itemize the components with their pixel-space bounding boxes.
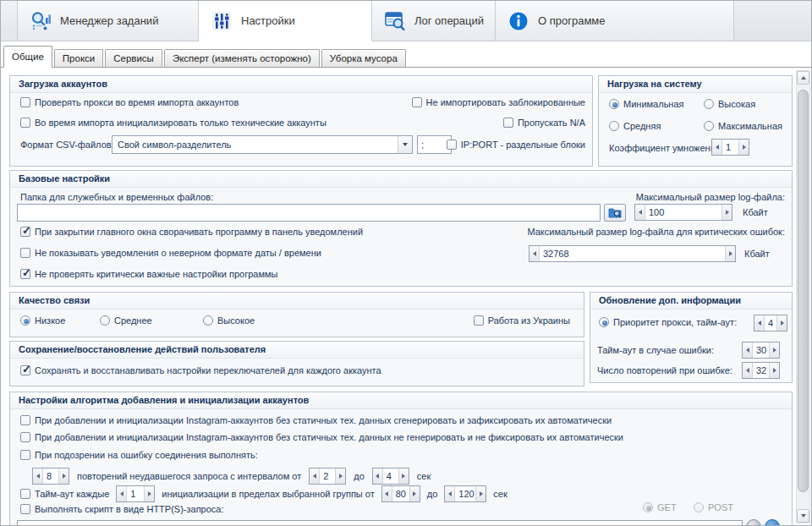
radio-http-get: GET (643, 502, 677, 512)
checkbox-on-connection-error[interactable]: При подозрении на ошибку соединения выпо… (20, 450, 258, 460)
subtab-expert[interactable]: Эксперт (изменять осторожно) (164, 49, 320, 67)
script-url-input[interactable] (17, 520, 743, 526)
checkbox-skip-na[interactable]: Пропускать N/A (503, 118, 585, 128)
spin-value[interactable]: 30 (753, 342, 769, 358)
spin-left-button[interactable] (310, 468, 320, 484)
spin-value[interactable]: 100 (645, 205, 721, 220)
spin-right-button[interactable] (475, 486, 486, 501)
spin-value[interactable]: 4 (383, 468, 398, 484)
spin-left-button[interactable] (117, 486, 127, 501)
max-log-critical-spinner[interactable]: 32768 (529, 245, 736, 262)
scrollbar-thumb[interactable] (798, 90, 809, 492)
tab-operations-log[interactable]: Лог операций (372, 1, 496, 41)
spin-left-button[interactable] (754, 315, 765, 331)
checkbox-minimize-to-tray[interactable]: При закрытии главного окна сворачивать п… (20, 227, 363, 237)
retries-spinner[interactable]: 32 (742, 362, 780, 379)
spin-value[interactable]: 32 (753, 363, 769, 378)
checkbox-no-datetime-warning[interactable]: Не показывать уведомления о неверном фор… (20, 248, 321, 258)
spin-right-button[interactable] (409, 486, 420, 501)
radio-quality-high[interactable]: Высокое (203, 315, 255, 326)
panel-init-algorithm: Настройки алгоритма добавления и инициал… (9, 392, 793, 526)
spin-right-button[interactable] (776, 315, 787, 331)
spin-right-button[interactable] (721, 205, 732, 220)
checkbox-check-proxy-on-import[interactable]: Проверять прокси во время импорта аккаун… (20, 97, 239, 107)
spin-value[interactable]: 80 (392, 486, 409, 501)
retry-interval-from-spinner[interactable]: 2 (309, 468, 346, 485)
timeout-to-spinner[interactable]: 120 (444, 485, 486, 502)
spin-left-button[interactable] (529, 246, 540, 261)
tab-settings[interactable]: Настройки (199, 1, 372, 41)
checkbox-no-import-blocked[interactable]: Не импортировать заблокированные (412, 97, 585, 107)
spin-right-button[interactable] (738, 140, 749, 155)
spin-left-button[interactable] (743, 342, 753, 358)
spin-left-button[interactable] (635, 205, 645, 220)
spin-right-button[interactable] (58, 468, 69, 484)
csv-format-combobox[interactable]: Свой символ-разделитель (112, 135, 413, 154)
spin-left-button[interactable] (712, 140, 722, 155)
scroll-down-button[interactable] (797, 509, 809, 523)
subtab-proxy[interactable]: Прокси (54, 49, 103, 67)
subtab-cleanup[interactable]: Уборка мусора (321, 49, 406, 67)
radio-load-minimal[interactable]: Минимальная (609, 99, 684, 109)
radio-proxy-priority[interactable]: Приоритет прокси, тайм-аут: (599, 317, 737, 327)
radio-quality-medium[interactable]: Среднее (100, 315, 152, 326)
radio-load-maximal[interactable]: Максимальная (704, 121, 782, 131)
vertical-scrollbar[interactable] (796, 70, 810, 523)
checkbox-no-generate-static-data[interactable]: При добавлении и инициализации Instagram… (20, 432, 623, 442)
timeout-count-spinner[interactable]: 1 (116, 485, 155, 502)
retry-interval-to-spinner[interactable]: 4 (372, 468, 409, 485)
subtab-services[interactable]: Сервисы (105, 49, 162, 67)
browse-folder-button[interactable] (604, 204, 626, 222)
spin-right-button[interactable] (769, 363, 779, 378)
checkbox-work-from-ukraine[interactable]: Работа из Украины (474, 315, 570, 326)
checkbox-http-script[interactable]: Выполнять скрипт в виде HTTP(S)-запроса: (20, 504, 224, 514)
spin-right-button[interactable] (398, 468, 409, 484)
spin-value[interactable]: 8 (43, 468, 58, 484)
spin-value[interactable]: 2 (320, 468, 335, 484)
spin-value[interactable]: 1 (722, 140, 738, 155)
retry-count-spinner[interactable]: 8 (32, 468, 69, 485)
radio-load-high[interactable]: Высокая (704, 99, 755, 109)
radio-load-medium[interactable]: Средняя (609, 121, 661, 131)
tab-task-manager[interactable]: Менеджер заданий (18, 1, 199, 41)
spin-left-button[interactable] (743, 363, 753, 378)
csv-format-label: Формат CSV-файлов: (20, 140, 114, 150)
spin-right-button[interactable] (335, 468, 345, 484)
checkbox-ip-port-blocks[interactable]: IP:PORT - раздельные блоки (447, 140, 585, 150)
spin-left-button[interactable] (445, 486, 455, 501)
settings-sliders-icon (211, 10, 233, 32)
spin-value[interactable]: 4 (765, 315, 776, 331)
checkbox-no-critical-check[interactable]: Не проверять критически важные настройки… (20, 269, 278, 279)
spin-right-button[interactable] (725, 246, 735, 261)
spin-left-button[interactable] (373, 468, 383, 484)
script-action-gray-button[interactable] (746, 519, 761, 526)
checkbox-box (20, 365, 30, 375)
max-log-spinner[interactable]: 100 (634, 204, 732, 221)
timeout-from-spinner[interactable]: 80 (381, 485, 420, 502)
multiplier-spinner[interactable]: 1 (711, 139, 749, 156)
checkbox-keep-switch-settings[interactable]: Сохранять и восстанавливать настройки пе… (20, 365, 381, 375)
script-action-blue-button[interactable] (765, 519, 780, 526)
radio-dot (609, 121, 619, 131)
checkbox-generate-static-data[interactable]: При добавлении и инициализации Instagram… (20, 415, 612, 425)
combobox-dropdown-button[interactable] (398, 136, 412, 153)
spin-left-button[interactable] (382, 486, 392, 501)
folder-input[interactable] (17, 204, 601, 222)
checkbox-timeout-each[interactable]: Тайм-аут каждые (20, 489, 109, 499)
tab-about[interactable]: О программе (496, 1, 734, 41)
checkbox-init-tech-only[interactable]: Во время импорта инициализировать только… (20, 118, 326, 128)
checkbox-box (20, 97, 30, 107)
subtab-general[interactable]: Общие (3, 46, 52, 68)
spin-left-button[interactable] (33, 468, 43, 484)
spin-value[interactable]: 32768 (540, 246, 725, 261)
radio-quality-low[interactable]: Низкое (20, 315, 65, 326)
tabbar-lead (1, 1, 18, 41)
spin-value[interactable]: 1 (127, 486, 144, 501)
error-timeout-spinner[interactable]: 30 (742, 342, 780, 359)
spin-right-button[interactable] (144, 486, 154, 501)
spin-value[interactable]: 120 (455, 486, 475, 501)
scroll-up-button[interactable] (797, 71, 809, 85)
spin-right-button[interactable] (769, 342, 779, 358)
checkbox-box (20, 118, 30, 128)
proxy-timeout-spinner[interactable]: 4 (754, 315, 787, 331)
